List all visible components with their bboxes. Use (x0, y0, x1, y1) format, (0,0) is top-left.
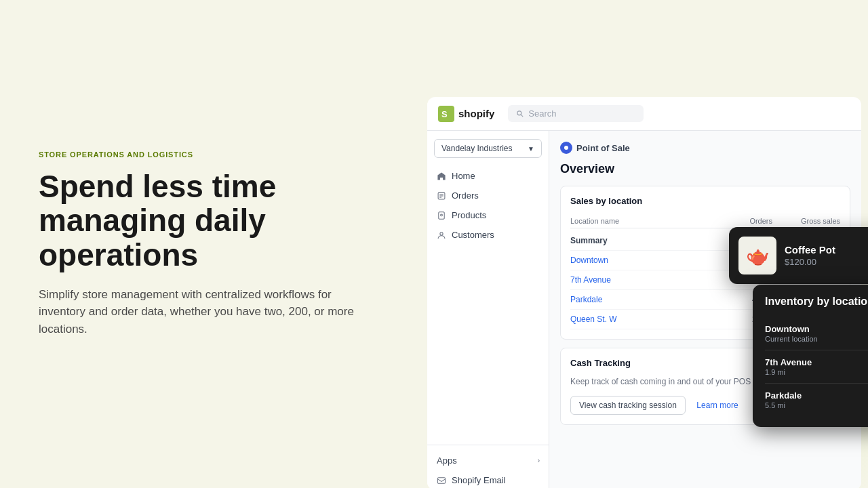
apps-item[interactable]: Apps › (427, 451, 549, 470)
sub-text: Simplify store management with centraliz… (39, 286, 378, 338)
sidebar-item-home[interactable]: Home (427, 166, 549, 186)
coffee-pot-emoji: 🫖 (746, 245, 770, 267)
shopify-logo-icon: S (438, 106, 454, 122)
inventory-location-parkdale: Parkdale 5.5 mi (765, 390, 802, 409)
right-panel: S shopify Search Vandelay Industries ▼ (420, 0, 868, 488)
apps-label: Apps (437, 455, 457, 466)
svg-point-11 (564, 146, 568, 150)
inventory-row-parkdale: Parkdale 5.5 mi 0 (765, 384, 868, 416)
home-icon (437, 171, 446, 181)
svg-text:S: S (441, 109, 448, 119)
table-header: Location name Orders Gross sales (570, 214, 840, 228)
inventory-location-downtown: Downtown Current location (765, 324, 818, 343)
7th-sub: 1.9 mi (765, 368, 812, 376)
inventory-title: Inventory by location (765, 296, 868, 308)
svg-point-9 (440, 232, 443, 235)
search-placeholder: Search (528, 108, 556, 119)
svg-rect-10 (437, 477, 445, 483)
customers-icon (437, 230, 446, 240)
7th-name: 7th Avenue (765, 357, 812, 367)
row-7th-name[interactable]: 7th Avenue (570, 275, 718, 285)
sidebar: Vandelay Industries ▼ Home Orders (427, 131, 549, 488)
search-bar[interactable]: Search (508, 105, 644, 122)
row-downtown-name[interactable]: Downtown (570, 256, 718, 265)
view-cash-tracking-button[interactable]: View cash tracking session (570, 396, 686, 415)
col-sales: Gross sales (772, 217, 840, 225)
search-icon (516, 110, 524, 118)
svg-line-3 (521, 115, 524, 117)
svg-point-2 (517, 110, 521, 115)
inventory-row-downtown: Downtown Current location 1 (765, 317, 868, 350)
main-heading: Spend less time managing daily operation… (39, 169, 382, 272)
email-icon (437, 476, 446, 485)
sidebar-label-products: Products (452, 210, 486, 220)
coffee-pot-card: 🫖 Coffee Pot $120.00 (729, 227, 868, 284)
inventory-location-7th: 7th Avenue 1.9 mi (765, 357, 812, 376)
shopify-logo: S shopify (438, 106, 494, 122)
shopify-email-label: Shopify Email (452, 475, 505, 485)
shopify-topbar: S shopify Search (427, 97, 861, 131)
sales-card-title: Sales by location (570, 196, 840, 206)
chevron-down-icon: ▼ (528, 145, 534, 152)
inventory-card: Inventory by location Downtown Current l… (753, 285, 868, 427)
store-ops-label: STORE OPERATIONS AND LOGISTICS (39, 150, 382, 159)
downtown-sub: Current location (765, 335, 818, 343)
parkdale-inv-sub: 5.5 mi (765, 401, 802, 409)
row-queen-name[interactable]: Queen St. W (570, 314, 718, 324)
coffee-pot-image: 🫖 (738, 237, 776, 274)
row-summary-name: Summary (570, 236, 718, 245)
coffee-pot-name: Coffee Pot (785, 244, 868, 256)
products-icon (437, 211, 446, 220)
orders-icon (437, 191, 446, 201)
row-parkdale-name[interactable]: Parkdale (570, 295, 718, 304)
apps-chevron-icon: › (538, 457, 540, 464)
sidebar-item-customers[interactable]: Customers (427, 225, 549, 245)
pos-title: Point of Sale (576, 143, 630, 153)
sidebar-item-orders[interactable]: Orders (427, 186, 549, 205)
col-location: Location name (570, 217, 718, 225)
svg-point-8 (441, 214, 443, 216)
store-selector[interactable]: Vandelay Industries ▼ (434, 139, 542, 158)
coffee-pot-info: Coffee Pot $120.00 (785, 244, 868, 267)
learn-more-link[interactable]: Learn more (696, 401, 738, 410)
inventory-row-7th-avenue: 7th Avenue 1.9 mi 15 (765, 350, 868, 384)
pos-header: Point of Sale (560, 142, 850, 154)
left-panel: STORE OPERATIONS AND LOGISTICS Spend les… (0, 0, 420, 488)
shopify-email-item[interactable]: Shopify Email (427, 470, 549, 488)
downtown-name: Downtown (765, 324, 818, 334)
sidebar-label-orders: Orders (452, 190, 479, 201)
pos-icon (560, 142, 572, 154)
col-orders: Orders (718, 217, 772, 225)
brand-name: shopify (458, 108, 494, 119)
store-name: Vandelay Industries (441, 144, 513, 153)
sidebar-item-products[interactable]: Products (427, 205, 549, 225)
parkdale-inv-name: Parkdale (765, 390, 802, 401)
coffee-pot-price: $120.00 (785, 257, 868, 267)
overview-title: Overview (560, 162, 850, 176)
sidebar-label-home: Home (452, 171, 475, 181)
sidebar-label-customers: Customers (452, 230, 494, 240)
